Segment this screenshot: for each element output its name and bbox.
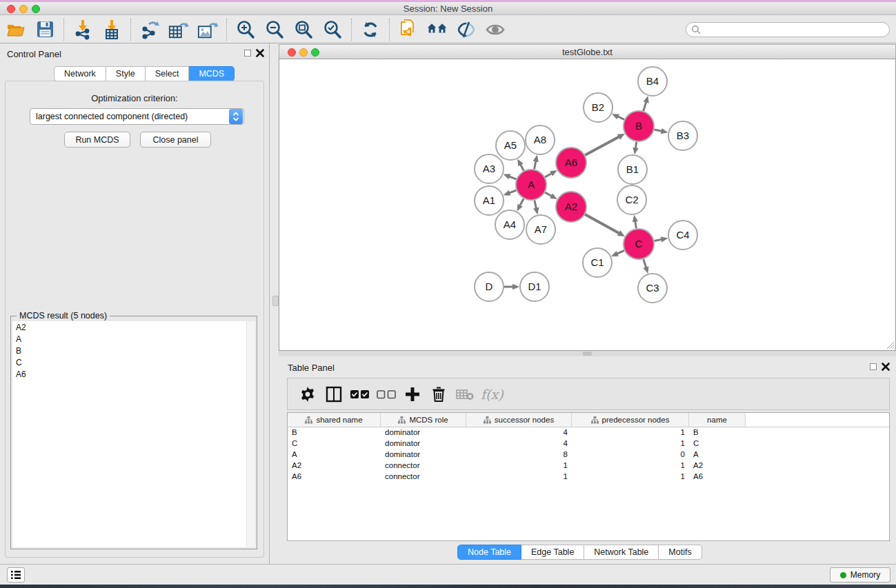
close-window-button[interactable] xyxy=(7,5,15,13)
network-horizontal-scrollbar-thumb[interactable] xyxy=(583,352,592,356)
table-cell[interactable]: A2 xyxy=(689,460,746,472)
clone-network-icon[interactable] xyxy=(398,19,419,40)
float-panel-icon[interactable] xyxy=(244,50,251,57)
table-cell[interactable]: C xyxy=(689,438,746,449)
window-resize-grip[interactable] xyxy=(886,341,895,349)
table-cell[interactable]: dominator xyxy=(381,427,466,438)
table-settings-gear-icon[interactable] xyxy=(298,385,317,404)
column-header-MCDS-role[interactable]: MCDS role xyxy=(381,413,466,427)
zoom-selected-icon[interactable] xyxy=(322,19,343,40)
table-cell[interactable]: 1 xyxy=(466,460,572,472)
table-row[interactable]: A6connector11A6 xyxy=(288,472,889,483)
tab-mcds[interactable]: MCDS xyxy=(189,66,235,81)
graph-edge-C-C3[interactable] xyxy=(644,259,646,268)
zoom-fit-icon[interactable] xyxy=(293,19,314,40)
table-cell[interactable]: 1 xyxy=(572,427,689,438)
open-file-icon[interactable] xyxy=(6,19,26,40)
column-panel-icon[interactable] xyxy=(324,385,344,404)
export-table-icon[interactable] xyxy=(168,19,189,40)
zoom-out-icon[interactable] xyxy=(264,19,285,40)
tab-style[interactable]: Style xyxy=(106,66,146,81)
table-row[interactable]: Adominator80A xyxy=(288,449,889,460)
table-cell[interactable]: A6 xyxy=(689,472,746,483)
run-mcds-button[interactable]: Run MCDS xyxy=(64,132,130,148)
table-cell[interactable]: connector xyxy=(381,472,466,483)
table-cell[interactable]: C xyxy=(288,438,381,449)
minimize-window-button[interactable] xyxy=(19,5,28,13)
column-header-predecessor-nodes[interactable]: predecessor nodes xyxy=(572,413,689,427)
column-header-shared-name[interactable]: shared name xyxy=(288,413,381,427)
table-cell[interactable]: A xyxy=(689,449,746,460)
column-header-name[interactable]: name xyxy=(689,413,746,427)
table-cell[interactable]: 8 xyxy=(466,449,572,460)
graph-edge-A2-C[interactable] xyxy=(585,214,620,234)
mcds-result-item[interactable]: A6 xyxy=(12,368,255,380)
export-image-icon[interactable] xyxy=(197,19,218,40)
network-horizontal-scrollbar[interactable] xyxy=(279,351,896,356)
delete-columns-trash-icon[interactable] xyxy=(429,385,448,404)
table-cell[interactable]: 1 xyxy=(572,438,689,449)
memory-button[interactable]: Memory xyxy=(830,567,890,582)
table-cell[interactable]: B xyxy=(288,427,381,438)
select-all-checkboxes-icon[interactable] xyxy=(350,385,370,404)
workspace-vertical-scrollbar-thumb[interactable] xyxy=(272,296,279,306)
graph-edge-B-B4[interactable] xyxy=(644,101,646,111)
minimize-network-button[interactable] xyxy=(299,48,308,57)
table-cell[interactable]: 4 xyxy=(466,427,572,438)
save-session-icon[interactable] xyxy=(34,19,55,40)
network-window-titlebar[interactable]: testGlobe.txt xyxy=(279,44,896,59)
show-graphics-details-icon[interactable] xyxy=(485,19,506,40)
table-cell[interactable]: 4 xyxy=(466,438,572,449)
deselect-all-checkboxes-icon[interactable] xyxy=(377,385,396,404)
optimization-criterion-dropdown[interactable]: largest connected component (directed) xyxy=(30,108,244,125)
tab-motifs[interactable]: Motifs xyxy=(659,545,701,560)
search-input[interactable] xyxy=(701,23,889,36)
close-panel-icon[interactable] xyxy=(256,49,264,57)
table-cell[interactable]: 1 xyxy=(572,472,689,483)
import-network-icon[interactable] xyxy=(72,19,93,40)
node-table[interactable]: shared nameMCDS rolesuccessor nodesprede… xyxy=(287,412,890,541)
tab-network-table[interactable]: Network Table xyxy=(584,545,659,560)
mcds-result-item[interactable]: C xyxy=(12,356,255,368)
mcds-result-item[interactable]: A xyxy=(12,333,255,345)
column-header-successor-nodes[interactable]: successor nodes xyxy=(466,413,572,427)
table-cell[interactable]: dominator xyxy=(381,438,466,449)
add-column-icon[interactable] xyxy=(403,385,422,404)
table-row[interactable]: A2connector11A2 xyxy=(288,460,889,472)
table-cell[interactable]: B xyxy=(689,427,746,438)
refresh-view-icon[interactable] xyxy=(360,19,381,40)
toolbar-search-field[interactable] xyxy=(686,22,890,37)
table-cell[interactable]: 1 xyxy=(466,472,572,483)
task-history-button[interactable] xyxy=(7,567,25,582)
float-table-panel-icon[interactable] xyxy=(870,363,877,370)
network-graph[interactable]: B4B2BB3A8A5A6B1A3AC2A1A2A4A7C4CC1C3DD1 xyxy=(279,59,895,349)
graph-edge-A6-B[interactable] xyxy=(585,136,620,155)
table-cell[interactable]: connector xyxy=(381,460,466,472)
close-panel-button[interactable]: Close panel xyxy=(140,132,211,148)
table-row[interactable]: Bdominator41B xyxy=(288,427,889,438)
export-network-icon[interactable] xyxy=(139,19,160,40)
network-canvas[interactable]: B4B2BB3A8A5A6B1A3AC2A1A2A4A7C4CC1C3DD1 xyxy=(279,59,896,351)
tab-node-table[interactable]: Node Table xyxy=(457,545,521,560)
close-table-panel-icon[interactable] xyxy=(882,363,890,371)
table-row[interactable]: Cdominator41C xyxy=(288,438,889,449)
mcds-result-list[interactable]: A2ABCA6 xyxy=(12,321,255,547)
graph-edge-A-A7[interactable] xyxy=(535,200,537,209)
close-network-button[interactable] xyxy=(288,48,296,57)
zoom-network-button[interactable] xyxy=(311,48,319,57)
table-cell[interactable]: A2 xyxy=(288,460,381,472)
tab-select[interactable]: Select xyxy=(146,66,190,81)
result-list-scrollbar[interactable] xyxy=(246,321,255,547)
mcds-result-item[interactable]: B xyxy=(12,345,255,356)
table-cell[interactable]: 0 xyxy=(572,449,689,460)
table-cell[interactable]: 1 xyxy=(572,460,689,472)
zoom-in-icon[interactable] xyxy=(235,19,256,40)
table-cell[interactable]: dominator xyxy=(381,449,466,460)
tab-edge-table[interactable]: Edge Table xyxy=(521,545,584,560)
import-table-icon[interactable] xyxy=(101,19,122,40)
zoom-window-button[interactable] xyxy=(32,5,40,13)
table-cell[interactable]: A6 xyxy=(288,472,381,483)
home-view-icon[interactable] xyxy=(427,19,448,40)
hide-graphics-details-icon[interactable] xyxy=(456,19,477,40)
mcds-result-item[interactable]: A2 xyxy=(12,321,255,333)
